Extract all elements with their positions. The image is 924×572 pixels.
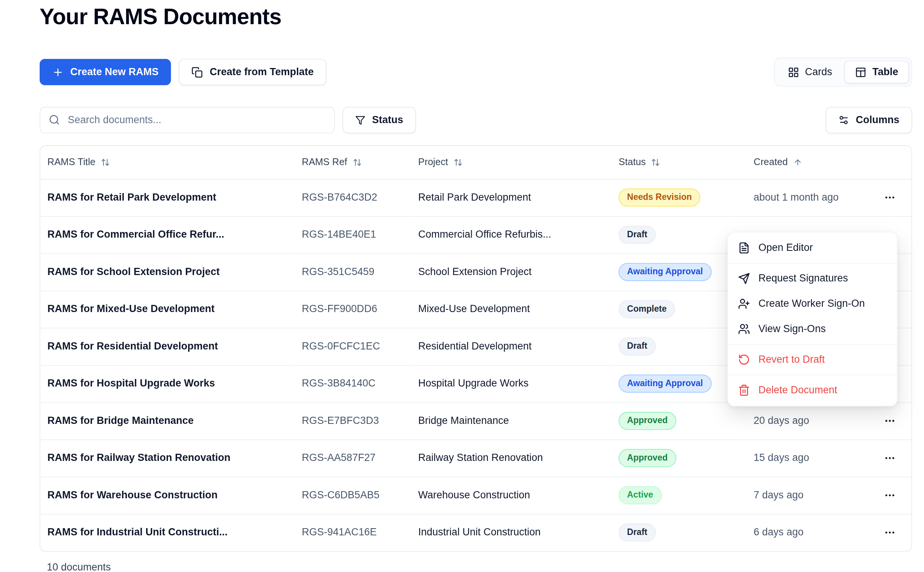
project-cell: Retail Park Development — [411, 179, 611, 216]
columns-button[interactable]: Columns — [826, 107, 912, 134]
project-cell: Mixed-Use Development — [411, 291, 611, 328]
status-badge: Complete — [619, 300, 675, 318]
menu-item-label: Delete Document — [758, 384, 837, 396]
table-view-button[interactable]: Table — [844, 61, 909, 83]
table-row[interactable]: RAMS for Bridge Maintenance RGS-E7BFC3D3… — [40, 403, 912, 440]
cards-view-label: Cards — [805, 66, 832, 78]
project-cell: Railway Station Renovation — [411, 439, 611, 477]
copy-icon — [191, 67, 203, 78]
row-actions-button[interactable] — [879, 411, 900, 431]
menu-item-revert-to-draft[interactable]: Revert to Draft — [731, 347, 894, 372]
trash-icon — [738, 384, 750, 396]
arrow-up-icon — [793, 158, 802, 167]
menu-item-label: Open Editor — [758, 242, 812, 254]
table-row[interactable]: RAMS for Railway Station Renovation RGS-… — [40, 439, 912, 477]
row-actions-button[interactable] — [879, 187, 900, 208]
rams-title-cell: RAMS for Commercial Office Refur... — [40, 216, 295, 253]
status-filter-label: Status — [372, 114, 403, 126]
sort-rams-title-header[interactable]: RAMS Title — [48, 157, 110, 168]
menu-item-delete-document[interactable]: Delete Document — [731, 378, 894, 403]
toolbar: Create New RAMS Create from Template Car… — [40, 58, 912, 87]
row-actions-button[interactable] — [879, 485, 900, 505]
table-row[interactable]: RAMS for Warehouse Construction RGS-C6DB… — [40, 477, 912, 514]
project-cell: Industrial Unit Construction — [411, 514, 611, 551]
ellipsis-icon — [884, 527, 896, 539]
grid-icon — [788, 67, 799, 78]
status-cell: Draft — [611, 216, 747, 253]
status-filter-button[interactable]: Status — [343, 107, 416, 134]
menu-item-label: Request Signatures — [758, 272, 848, 284]
created-cell: 15 days ago — [747, 439, 867, 477]
rams-title-cell: RAMS for Bridge Maintenance — [40, 403, 295, 440]
cards-view-button[interactable]: Cards — [777, 61, 843, 83]
status-cell: Draft — [611, 514, 747, 551]
create-new-rams-button[interactable]: Create New RAMS — [40, 59, 171, 85]
page-title: Your RAMS Documents — [40, 4, 912, 30]
project-cell: School Extension Project — [411, 253, 611, 291]
sort-project-header[interactable]: Project — [419, 157, 462, 168]
status-badge: Awaiting Approval — [619, 263, 712, 281]
status-badge: Approved — [619, 449, 676, 467]
status-cell: Awaiting Approval — [611, 253, 747, 291]
rams-ref-cell: RGS-351C5459 — [295, 253, 411, 291]
documents-count: 10 documents — [40, 561, 912, 572]
row-actions-button[interactable] — [879, 522, 900, 543]
search-icon — [49, 114, 60, 126]
rams-title-cell: RAMS for Railway Station Renovation — [40, 439, 295, 477]
created-cell: 7 days ago — [747, 477, 867, 514]
status-cell: Approved — [611, 403, 747, 440]
rams-title-cell: RAMS for Retail Park Development — [40, 179, 295, 216]
create-from-template-label: Create from Template — [209, 66, 314, 78]
status-cell: Awaiting Approval — [611, 365, 747, 403]
send-icon — [738, 272, 750, 284]
search-box — [40, 107, 335, 134]
rotate-ccw-icon — [738, 354, 750, 366]
arrow-up-down-icon — [353, 158, 362, 167]
status-cell: Approved — [611, 439, 747, 477]
columns-label: Columns — [856, 114, 899, 126]
table-row[interactable]: RAMS for Retail Park Development RGS-B76… — [40, 179, 912, 216]
arrow-up-down-icon — [651, 158, 660, 167]
sort-created-header[interactable]: Created — [754, 157, 802, 168]
sort-rams-ref-header[interactable]: RAMS Ref — [302, 157, 361, 168]
menu-item-create-worker-sign-on[interactable]: Create Worker Sign-On — [731, 291, 894, 317]
actions-header — [867, 146, 912, 179]
rams-ref-cell: RGS-3B84140C — [295, 365, 411, 403]
menu-item-label: View Sign-Ons — [758, 323, 825, 335]
menu-item-label: Create Worker Sign-On — [758, 298, 865, 310]
status-badge: Approved — [619, 412, 676, 429]
created-cell: about 1 month ago — [747, 179, 867, 216]
create-from-template-button[interactable]: Create from Template — [179, 59, 326, 85]
ellipsis-icon — [884, 489, 896, 501]
status-cell: Active — [611, 477, 747, 514]
project-cell: Residential Development — [411, 328, 611, 365]
menu-item-label: Revert to Draft — [758, 354, 825, 366]
menu-divider — [728, 375, 897, 376]
menu-item-open-editor[interactable]: Open Editor — [731, 235, 894, 261]
row-actions-button[interactable] — [879, 448, 900, 468]
arrow-up-down-icon — [454, 158, 462, 167]
rams-ref-cell: RGS-B764C3D2 — [295, 179, 411, 216]
create-new-rams-label: Create New RAMS — [70, 66, 158, 78]
rams-ref-cell: RGS-14BE40E1 — [295, 216, 411, 253]
search-input[interactable] — [40, 107, 335, 134]
status-cell: Draft — [611, 328, 747, 365]
menu-item-view-sign-ons[interactable]: View Sign-Ons — [731, 316, 894, 342]
menu-divider — [728, 344, 897, 345]
table-row[interactable]: RAMS for Industrial Unit Constructi... R… — [40, 514, 912, 551]
rams-title-cell: RAMS for Warehouse Construction — [40, 477, 295, 514]
created-cell: 6 days ago — [747, 514, 867, 551]
created-header-label: Created — [754, 157, 788, 168]
status-cell: Needs Revision — [611, 179, 747, 216]
row-actions-context-menu: Open Editor Request Signatures Create Wo… — [727, 232, 898, 406]
rams-ref-cell: RGS-AA587F27 — [295, 439, 411, 477]
rams-ref-cell: RGS-FF900DD6 — [295, 291, 411, 328]
table-icon — [855, 67, 866, 78]
ellipsis-icon — [884, 191, 896, 204]
actions-cell — [867, 179, 912, 216]
rams-title-cell: RAMS for School Extension Project — [40, 253, 295, 291]
sort-status-header[interactable]: Status — [619, 157, 660, 168]
actions-cell — [867, 477, 912, 514]
menu-item-request-signatures[interactable]: Request Signatures — [731, 266, 894, 291]
file-text-icon — [738, 242, 750, 254]
